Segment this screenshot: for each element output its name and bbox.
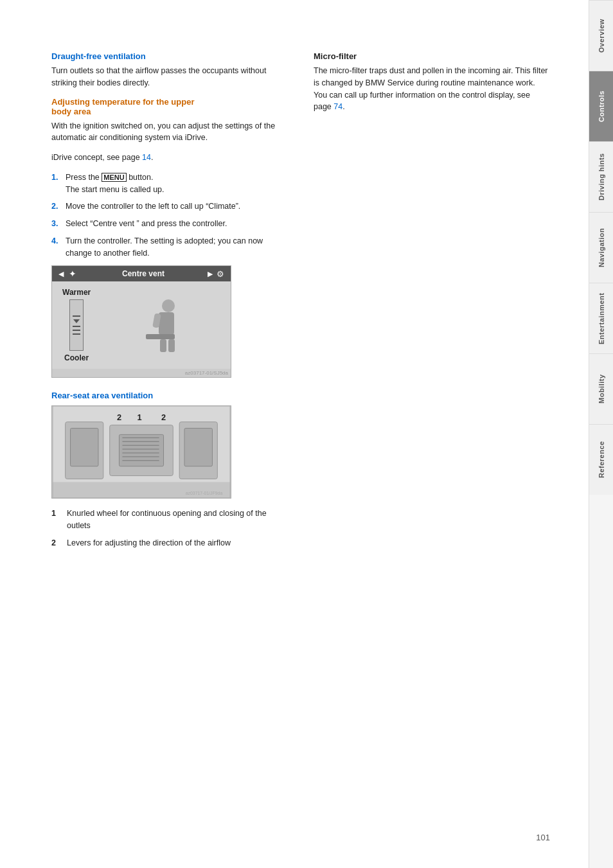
adjusting-temp-heading: Adjusting temperature for the upperbody …	[51, 97, 288, 116]
svg-rect-1	[159, 312, 174, 335]
sidebar-tabs: Overview Controls Driving hints Navigati…	[589, 0, 613, 868]
page-number: 101	[536, 833, 550, 842]
left-arrow-icon: ◀	[58, 270, 64, 278]
sidebar-tab-entertainment[interactable]: Entertainment	[589, 283, 613, 353]
rear-seat-heading: Rear-seat area ventilation	[51, 391, 288, 400]
temperature-scale: Warmer Cooler	[62, 288, 91, 362]
scale-bar	[69, 299, 84, 351]
draught-free-body: Turn outlets so that the airflow passes …	[51, 65, 288, 89]
svg-rect-10	[119, 435, 163, 466]
svg-rect-4	[160, 339, 166, 352]
draught-free-heading: Draught-free ventilation	[51, 51, 288, 61]
screen-title: Centre vent	[122, 269, 164, 278]
centre-vent-screen: ◀ ✦ Centre vent ▶ ⚙ Warmer	[51, 265, 231, 378]
step-1: 1. Press the MENU button.The start menu …	[51, 172, 288, 196]
sidebar-tab-controls[interactable]: Controls	[589, 71, 613, 141]
sidebar-tab-driving-hints[interactable]: Driving hints	[589, 141, 613, 212]
step-2: 2. Move the controller to the left to ca…	[51, 200, 288, 213]
screen-watermark: az03717-01/SJ5da	[52, 369, 231, 377]
down-arrow-indicator	[73, 319, 80, 323]
sidebar-tab-mobility[interactable]: Mobility	[589, 353, 613, 424]
svg-rect-19	[71, 429, 98, 466]
rear-seat-section: Rear-seat area ventilation	[51, 391, 288, 549]
right-arrow-icon: ▶	[208, 270, 213, 278]
idrive-ref: iDrive concept, see page 14.	[51, 152, 288, 164]
menu-button-label: MENU	[102, 173, 126, 182]
screen-top-bar: ◀ ✦ Centre vent ▶ ⚙	[52, 266, 231, 281]
vent-icon: ✦	[69, 269, 76, 279]
svg-rect-7	[53, 483, 230, 499]
sidebar-tab-navigation[interactable]: Navigation	[589, 212, 613, 283]
screen-body: Warmer Cooler	[52, 281, 231, 369]
rear-seat-item-1: 1 Knurled wheel for continuous opening a…	[51, 508, 288, 532]
rear-seat-diagram: 1 2 2 az03717-01/JF9da	[51, 405, 231, 499]
sidebar-tab-overview[interactable]: Overview	[589, 0, 613, 71]
svg-text:2: 2	[161, 412, 166, 422]
micro-filter-heading: Micro-filter	[314, 51, 550, 61]
warmer-label: Warmer	[62, 288, 91, 297]
svg-rect-3	[146, 334, 175, 339]
person-figure	[97, 293, 220, 357]
draught-free-section: Draught-free ventilation Turn outlets so…	[51, 51, 288, 89]
settings-icon: ⚙	[217, 269, 224, 279]
seated-person-icon	[133, 293, 184, 357]
rear-seat-item-2: 2 Levers for adjusting the direction of …	[51, 537, 288, 549]
micro-filter-page-link[interactable]: 74	[333, 102, 342, 111]
cooler-label: Cooler	[64, 353, 89, 362]
sidebar-tab-reference[interactable]: Reference	[589, 424, 613, 495]
step-4: 4. Turn the controller. The setting is a…	[51, 235, 288, 260]
svg-text:1: 1	[137, 412, 141, 422]
adjusting-temp-intro: With the ignition switched on, you can a…	[51, 120, 288, 145]
svg-point-0	[162, 299, 175, 312]
idrive-page-link[interactable]: 14	[142, 153, 151, 162]
svg-text:az03717-01/JF9da: az03717-01/JF9da	[186, 491, 223, 495]
micro-filter-section: Micro-filter The micro-filter traps dust…	[314, 51, 550, 113]
steps-list: 1. Press the MENU button.The start menu …	[51, 172, 288, 260]
svg-text:2: 2	[117, 412, 121, 422]
step-3: 3. Select “Centre vent ” and press the c…	[51, 218, 288, 230]
rear-diagram-svg: 1 2 2 az03717-01/JF9da	[52, 406, 231, 498]
rear-seat-items: 1 Knurled wheel for continuous opening a…	[51, 508, 288, 549]
svg-rect-5	[168, 339, 175, 352]
svg-rect-21	[184, 429, 212, 466]
micro-filter-body: The micro-filter traps dust and pollen i…	[314, 65, 550, 113]
adjusting-temp-section: Adjusting temperature for the upperbody …	[51, 97, 288, 378]
